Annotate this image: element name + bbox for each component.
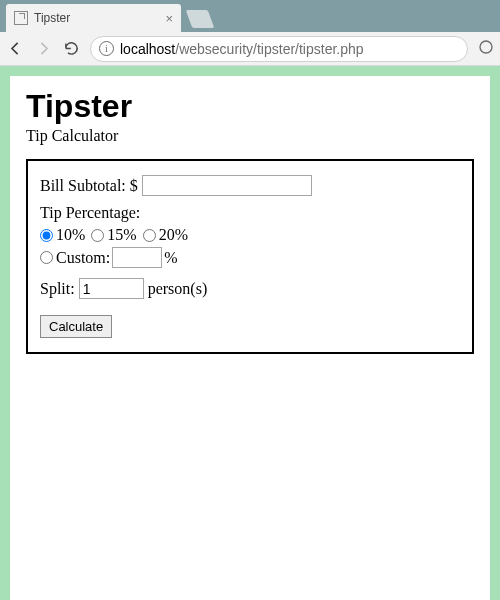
tip-15-label: 15% bbox=[107, 226, 136, 244]
split-label: Split: bbox=[40, 280, 75, 298]
address-bar[interactable]: i localhost/websecurity/tipster/tipster.… bbox=[90, 36, 468, 62]
tip-options-row-2: Custom: % bbox=[40, 247, 460, 268]
split-input[interactable] bbox=[79, 278, 144, 299]
split-suffix: person(s) bbox=[148, 280, 208, 298]
tip-custom-input[interactable] bbox=[112, 247, 162, 268]
file-icon bbox=[14, 11, 28, 25]
tip-10-label: 10% bbox=[56, 226, 85, 244]
page-content: Tipster Tip Calculator Bill Subtotal: $ … bbox=[10, 76, 490, 600]
page-viewport: Tipster Tip Calculator Bill Subtotal: $ … bbox=[0, 66, 500, 600]
back-button[interactable] bbox=[6, 40, 24, 58]
forward-button[interactable] bbox=[34, 40, 52, 58]
browser-tab[interactable]: Tipster × bbox=[6, 4, 181, 32]
page-subtitle: Tip Calculator bbox=[26, 127, 474, 145]
tip-10-radio[interactable] bbox=[40, 229, 53, 242]
extension-icon[interactable] bbox=[478, 39, 494, 58]
tip-percentage-label: Tip Percentage: bbox=[40, 204, 460, 222]
tip-20-label: 20% bbox=[159, 226, 188, 244]
svg-point-0 bbox=[480, 41, 492, 53]
calculator-form: Bill Subtotal: $ Tip Percentage: 10% 15%… bbox=[26, 159, 474, 354]
close-icon[interactable]: × bbox=[165, 11, 173, 26]
subtotal-label: Bill Subtotal: $ bbox=[40, 177, 138, 195]
browser-toolbar: i localhost/websecurity/tipster/tipster.… bbox=[0, 32, 500, 66]
reload-button[interactable] bbox=[62, 40, 80, 58]
info-icon[interactable]: i bbox=[99, 41, 114, 56]
tip-15-radio[interactable] bbox=[91, 229, 104, 242]
tip-custom-label: Custom: bbox=[56, 249, 110, 267]
page-title: Tipster bbox=[26, 88, 474, 125]
tip-options-row-1: 10% 15% 20% bbox=[40, 226, 460, 244]
subtotal-input[interactable] bbox=[142, 175, 312, 196]
tab-title: Tipster bbox=[34, 11, 70, 25]
tip-custom-suffix: % bbox=[164, 249, 177, 267]
tip-20-radio[interactable] bbox=[143, 229, 156, 242]
browser-tab-bar: Tipster × bbox=[0, 0, 500, 32]
new-tab-button[interactable] bbox=[186, 10, 215, 28]
url-path: /websecurity/tipster/tipster.php bbox=[175, 41, 363, 57]
calculate-button[interactable]: Calculate bbox=[40, 315, 112, 338]
url-host: localhost bbox=[120, 41, 175, 57]
subtotal-row: Bill Subtotal: $ bbox=[40, 175, 460, 196]
tip-custom-radio[interactable] bbox=[40, 251, 53, 264]
split-row: Split: person(s) bbox=[40, 278, 460, 299]
